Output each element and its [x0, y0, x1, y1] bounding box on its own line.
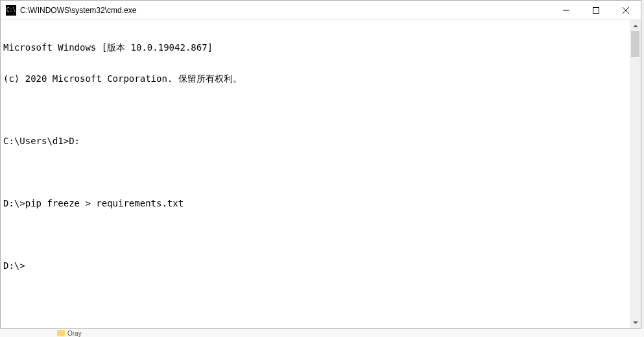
chevron-up-icon: [633, 25, 638, 27]
scrollbar-thumb[interactable]: [631, 31, 639, 57]
chevron-down-icon: [633, 321, 638, 324]
terminal-line-prompt: D:\>: [3, 260, 627, 271]
folder-label: Oray: [67, 330, 82, 337]
folder-icon: [57, 330, 65, 336]
close-button[interactable]: [611, 1, 641, 19]
maximize-button[interactable]: [581, 1, 611, 19]
minimize-icon: [563, 7, 569, 14]
scrollbar-down-arrow[interactable]: [630, 317, 641, 328]
minimize-button[interactable]: [551, 1, 581, 19]
cmd-icon: C:\: [6, 5, 16, 16]
taskbar-fragment: Oray: [0, 329, 644, 337]
terminal-line: D:\>pip freeze > requirements.txt: [3, 198, 627, 208]
close-icon: [623, 7, 629, 14]
maximize-icon: [593, 7, 599, 14]
terminal-line: C:\Users\d1>D:: [3, 136, 627, 146]
terminal-content[interactable]: Microsoft Windows [版本 10.0.19042.867] (c…: [1, 20, 630, 328]
scrollbar-up-arrow[interactable]: [630, 20, 641, 31]
terminal-line: Microsoft Windows [版本 10.0.19042.867]: [3, 42, 627, 53]
terminal-line: [3, 167, 627, 177]
cmd-window: C:\ C:\WINDOWS\system32\cmd.exe: [0, 0, 641, 329]
terminal-line: (c) 2020 Microsoft Corporation. 保留所有权利。: [3, 73, 627, 84]
terminal-body: Microsoft Windows [版本 10.0.19042.867] (c…: [1, 20, 641, 328]
terminal-line: [3, 229, 627, 240]
titlebar[interactable]: C:\ C:\WINDOWS\system32\cmd.exe: [1, 1, 641, 20]
window-title: C:\WINDOWS\system32\cmd.exe: [20, 6, 551, 15]
scrollbar-track[interactable]: [630, 31, 641, 317]
svg-rect-1: [593, 7, 599, 13]
window-controls: [551, 1, 641, 19]
scrollbar[interactable]: [630, 20, 641, 328]
terminal-line: [3, 105, 627, 115]
